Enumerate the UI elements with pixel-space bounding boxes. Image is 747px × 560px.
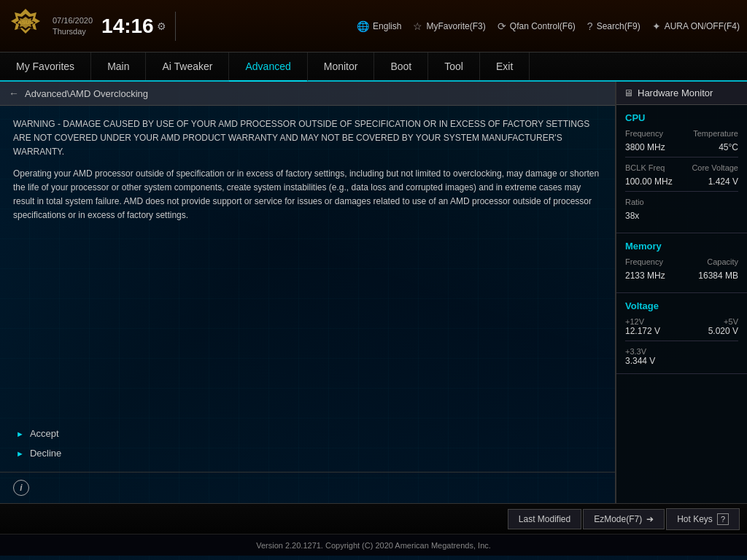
warning-content: WARNING - DAMAGE CAUSED BY USE OF YOUR A… — [0, 106, 615, 418]
hw-cpu-bclk-values: 100.00 MHz 1.424 V — [625, 176, 738, 187]
search-icon: ? — [587, 20, 593, 32]
footer-bar: Last Modified EzMode(F7) ➔ Hot Keys ? — [0, 503, 747, 534]
hw-voltage-section: Voltage +12V 12.172 V +5V 5.020 V +3.3V … — [616, 293, 747, 374]
hw-cpu-title: CPU — [625, 112, 738, 123]
hw-mem-values-row: 2133 MHz 16384 MB — [625, 271, 738, 281]
left-panel: ← Advanced\AMD Overclocking WARNING - DA… — [0, 82, 616, 503]
hw-voltage-title: Voltage — [625, 300, 738, 311]
content-area: ← Advanced\AMD Overclocking WARNING - DA… — [0, 82, 747, 503]
copyright-text: Version 2.20.1271. Copyright (C) 2020 Am… — [256, 541, 491, 550]
hw-cpu-corevolt-label: Core Voltage — [692, 163, 738, 172]
hw-mem-freq-value: 2133 MHz — [625, 271, 665, 281]
navigation-bar: My Favorites Main Ai Tweaker Advanced Mo… — [0, 52, 747, 82]
nav-tool[interactable]: Tool — [428, 52, 480, 80]
last-modified-button[interactable]: Last Modified — [508, 509, 581, 529]
hw-memory-section: Memory Frequency Capacity 2133 MHz 16384… — [616, 233, 747, 293]
header-divider — [175, 12, 176, 41]
hw-monitor-title-text: Hardware Monitor — [638, 88, 713, 98]
breadcrumb-back-icon[interactable]: ← — [9, 88, 19, 99]
search-control[interactable]: ? Search(F9) — [587, 20, 640, 32]
ez-mode-arrow-icon: ➔ — [646, 514, 654, 524]
hw-volt-12-row: +12V 12.172 V +5V 5.020 V — [625, 317, 738, 336]
last-modified-label: Last Modified — [519, 514, 570, 524]
info-icon[interactable]: i — [13, 480, 29, 496]
hw-cpu-ratio-label: Ratio — [625, 198, 644, 206]
hw-cpu-ratio-value-row: 38x — [625, 211, 738, 221]
hw-cpu-frequency-row: Frequency Temperature — [625, 129, 738, 138]
hw-cpu-bclk-label: BCLK Freq — [625, 163, 665, 172]
hot-keys-label: Hot Keys — [677, 514, 713, 524]
hw-cpu-frequency-label: Frequency — [625, 129, 663, 138]
ez-mode-button[interactable]: EzMode(F7) ➔ — [583, 509, 665, 529]
nav-exit[interactable]: Exit — [480, 52, 530, 80]
nav-boot[interactable]: Boot — [374, 52, 428, 80]
hw-cpu-section: CPU Frequency Temperature 3800 MHz 45°C … — [616, 105, 747, 233]
accept-label: Accept — [30, 428, 59, 439]
hw-volt-5-label: +5V — [708, 317, 738, 326]
nav-my-favorites[interactable]: My Favorites — [0, 52, 91, 80]
language-control[interactable]: 🌐 English — [357, 20, 401, 32]
hw-cpu-frequency-values: 3800 MHz 45°C — [625, 142, 738, 152]
hw-cpu-bclk-value: 100.00 MHz — [625, 176, 673, 187]
hw-cpu-frequency-value: 3800 MHz — [625, 142, 665, 152]
hw-divider-3 — [625, 341, 738, 341]
hardware-monitor-panel: 🖥 Hardware Monitor CPU Frequency Tempera… — [616, 82, 747, 503]
svg-text:ASUS: ASUS — [18, 19, 34, 26]
breadcrumb: ← Advanced\AMD Overclocking — [0, 82, 615, 106]
hot-keys-button[interactable]: Hot Keys ? — [666, 508, 740, 530]
hw-volt-12-value: 12.172 V — [625, 326, 660, 336]
header-datetime-block: 07/16/2020 Thursday — [53, 15, 93, 36]
copyright-bar: Version 2.20.1271. Copyright (C) 2020 Am… — [0, 534, 747, 556]
hw-volt-12-label: +12V — [625, 317, 660, 326]
accept-arrow-icon: ► — [16, 429, 24, 438]
search-label: Search(F9) — [597, 21, 640, 31]
warning-paragraph-1: WARNING - DAMAGE CAUSED BY USE OF YOUR A… — [13, 117, 602, 160]
help-icon: ? — [717, 513, 729, 525]
monitor-icon: 🖥 — [624, 88, 633, 98]
hw-mem-cap-label: Capacity — [707, 257, 738, 266]
aura-label: AURA ON/OFF(F4) — [665, 21, 740, 31]
nav-advanced[interactable]: Advanced — [229, 52, 307, 82]
accept-option[interactable]: ► Accept — [13, 424, 602, 443]
fan-icon: ⟳ — [498, 20, 506, 32]
header-time-block: 14:16 ⚙ — [101, 16, 166, 36]
globe-icon: 🌐 — [357, 20, 369, 32]
hw-cpu-temperature-value: 45°C — [719, 142, 738, 152]
warning-paragraph-2: Operating your AMD processor outside of … — [13, 167, 602, 223]
header-controls: 🌐 English ☆ MyFavorite(F3) ⟳ Qfan Contro… — [185, 20, 740, 32]
hw-cpu-temperature-label: Temperature — [693, 129, 738, 138]
qfan-control[interactable]: ⟳ Qfan Control(F6) — [498, 20, 576, 32]
header-date: 07/16/2020 Thursday — [53, 15, 93, 36]
qfan-label: Qfan Control(F6) — [510, 21, 576, 31]
hw-volt-33-value: 3.344 V — [625, 356, 738, 366]
hw-mem-freq-label: Frequency — [625, 257, 663, 266]
hw-volt-5-value: 5.020 V — [708, 326, 738, 336]
hw-memory-title: Memory — [625, 241, 738, 252]
aura-control[interactable]: ✦ AURA ON/OFF(F4) — [652, 20, 740, 32]
hw-cpu-corevolt-value: 1.424 V — [708, 176, 738, 187]
nav-monitor[interactable]: Monitor — [308, 52, 375, 80]
decline-arrow-icon: ► — [16, 449, 24, 458]
myfavorite-label: MyFavorite(F3) — [426, 21, 485, 31]
hw-cpu-bclk-row: BCLK Freq Core Voltage — [625, 163, 738, 172]
header-time-value: 14:16 — [101, 16, 154, 36]
hw-cpu-ratio-row: Ratio — [625, 198, 738, 206]
ez-mode-label: EzMode(F7) — [594, 514, 642, 524]
hw-volt-33-label: +3.3V — [625, 347, 738, 356]
myfavorite-control[interactable]: ☆ MyFavorite(F3) — [413, 20, 485, 32]
star-icon: ☆ — [413, 20, 422, 32]
aura-icon: ✦ — [652, 20, 661, 32]
hw-divider-2 — [625, 191, 738, 192]
header-bar: ASUS 07/16/2020 Thursday 14:16 ⚙ 🌐 Engli… — [0, 0, 747, 52]
decline-label: Decline — [30, 448, 61, 459]
hw-cpu-ratio-value: 38x — [625, 211, 639, 221]
settings-gear-icon[interactable]: ⚙ — [157, 20, 166, 32]
nav-main[interactable]: Main — [91, 52, 146, 80]
breadcrumb-text: Advanced\AMD Overclocking — [25, 88, 148, 99]
asus-logo: ASUS — [7, 7, 44, 46]
nav-ai-tweaker[interactable]: Ai Tweaker — [146, 52, 229, 80]
decline-option[interactable]: ► Decline — [13, 443, 602, 463]
hw-mem-labels-row: Frequency Capacity — [625, 257, 738, 266]
hw-divider-1 — [625, 157, 738, 158]
options-list: ► Accept ► Decline — [0, 418, 615, 472]
